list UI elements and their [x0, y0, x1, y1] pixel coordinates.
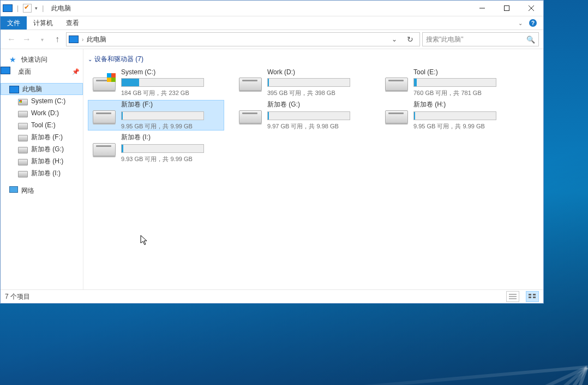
drive-tile[interactable]: 新加卷 (G:)9.97 GB 可用，共 9.98 GB — [234, 100, 370, 131]
drive-tile[interactable]: 新加卷 (H:)9.95 GB 可用，共 9.99 GB — [380, 100, 517, 131]
drive-name: 新加卷 (F:) — [121, 100, 220, 109]
refresh-button[interactable]: ↻ — [403, 35, 417, 44]
ribbon-tab-view[interactable]: 查看 — [59, 16, 86, 29]
minimize-button[interactable] — [470, 1, 494, 16]
drive-icon — [384, 106, 408, 125]
drive-icon — [18, 147, 28, 153]
nav-back-button[interactable]: ← — [5, 33, 18, 46]
sidebar-label: 新加卷 (H:) — [31, 157, 63, 166]
drive-info: 新加卷 (I:)9.93 GB 可用，共 9.99 GB — [121, 133, 220, 163]
capacity-bar — [121, 111, 204, 120]
drive-capacity-text: 395 GB 可用，共 398 GB — [267, 89, 367, 97]
explorer-window: | ▾ | 此电脑 文件 计算机 查看 ⌄ ? — [0, 0, 544, 304]
view-tiles-button[interactable] — [526, 291, 539, 302]
address-history-dropdown[interactable]: ⌄ — [389, 35, 400, 43]
drive-name: System (C:) — [121, 68, 220, 76]
sidebar-label: System (C:) — [31, 97, 65, 105]
drive-icon — [384, 73, 408, 92]
drive-capacity-text: 9.95 GB 可用，共 9.99 GB — [413, 122, 513, 131]
ribbon-tab-computer[interactable]: 计算机 — [27, 16, 59, 29]
sidebar-item-this-pc[interactable]: 此电脑 — [1, 83, 83, 95]
sidebar-item-desktop[interactable]: 桌面 📌 — [1, 66, 83, 78]
drive-tile[interactable]: System (C:)184 GB 可用，共 232 GB — [88, 67, 224, 98]
ribbon-tab-file[interactable]: 文件 — [1, 16, 27, 29]
drive-tile[interactable]: 新加卷 (F:)9.95 GB 可用，共 9.99 GB — [88, 100, 224, 131]
title-divider: | — [15, 4, 21, 12]
capacity-bar — [121, 144, 204, 153]
sidebar-item-drive[interactable]: 新加卷 (F:) — [1, 131, 83, 143]
sidebar-label: 网络 — [21, 186, 34, 196]
capacity-bar — [413, 111, 496, 120]
close-button[interactable] — [519, 1, 543, 16]
drive-icon — [238, 73, 262, 92]
sidebar-label: Tool (E:) — [31, 121, 56, 129]
chevron-right-icon: › — [82, 37, 83, 43]
sidebar-label: 新加卷 (F:) — [31, 133, 63, 142]
drive-name: 新加卷 (H:) — [413, 100, 513, 109]
sidebar-item-quick-access[interactable]: 快速访问 — [1, 54, 83, 66]
sidebar-item-drive[interactable]: 新加卷 (G:) — [1, 143, 83, 155]
content-area[interactable]: ⌄ 设备和驱动器 (7) System (C:)184 GB 可用，共 232 … — [83, 49, 543, 289]
drive-icon — [18, 171, 28, 177]
navigation-pane: 快速访问 桌面 📌 此电脑 System (C:)Work (D:)Tool (… — [1, 49, 83, 289]
desktop-icon — [1, 67, 10, 74]
search-placeholder: 搜索"此电脑" — [426, 35, 526, 44]
sidebar-item-network[interactable]: 网络 — [1, 185, 83, 197]
ribbon: 文件 计算机 查看 ⌄ ? — [1, 16, 543, 30]
drive-name: 新加卷 (I:) — [121, 133, 220, 142]
drive-icon — [18, 111, 28, 117]
drive-capacity-text: 9.93 GB 可用，共 9.99 GB — [121, 155, 220, 163]
search-input[interactable]: 搜索"此电脑" 🔍 — [422, 32, 539, 46]
view-details-button[interactable] — [506, 291, 519, 302]
drive-info: Work (D:)395 GB 可用，共 398 GB — [267, 68, 367, 97]
drive-name: Work (D:) — [267, 68, 367, 76]
drive-tile[interactable]: Work (D:)395 GB 可用，共 398 GB — [234, 67, 370, 98]
tiles-icon — [529, 294, 536, 299]
drive-capacity-text: 9.95 GB 可用，共 9.99 GB — [121, 122, 220, 131]
capacity-bar — [121, 78, 204, 87]
drive-tile[interactable]: 新加卷 (I:)9.93 GB 可用，共 9.99 GB — [88, 133, 224, 163]
chevron-down-icon: ⌄ — [88, 56, 92, 62]
sidebar-item-drive[interactable]: 新加卷 (H:) — [1, 155, 83, 167]
address-box[interactable]: › 此电脑 ⌄ ↻ — [66, 32, 420, 46]
drive-icon — [92, 106, 116, 125]
qat-dropdown-icon[interactable]: ▾ — [34, 5, 38, 11]
group-title: 设备和驱动器 (7) — [94, 55, 143, 64]
nav-forward-button[interactable]: → — [20, 33, 33, 46]
pin-icon: 📌 — [72, 68, 80, 75]
ribbon-expand-icon[interactable]: ⌄ — [518, 20, 523, 26]
capacity-bar — [413, 78, 496, 87]
drive-info: System (C:)184 GB 可用，共 232 GB — [121, 68, 220, 97]
drive-info: 新加卷 (H:)9.95 GB 可用，共 9.99 GB — [413, 100, 513, 131]
network-icon — [9, 186, 18, 195]
drive-capacity-text: 760 GB 可用，共 781 GB — [413, 89, 513, 97]
drive-icon — [18, 159, 28, 165]
star-icon — [9, 55, 18, 64]
qat-properties-icon[interactable] — [23, 4, 32, 13]
sidebar-item-drive[interactable]: Work (D:) — [1, 107, 83, 119]
sidebar-label: 快速访问 — [21, 55, 47, 64]
sidebar-item-drive[interactable]: System (C:) — [1, 95, 83, 107]
maximize-button[interactable] — [494, 1, 519, 16]
help-icon[interactable]: ? — [529, 19, 537, 27]
search-icon: 🔍 — [526, 35, 535, 44]
nav-up-button[interactable]: ↑ — [51, 33, 64, 46]
drive-name: Tool (E:) — [413, 68, 513, 76]
sidebar-label: 新加卷 (G:) — [31, 145, 64, 154]
mouse-cursor-icon — [140, 235, 149, 247]
sidebar-item-drive[interactable]: 新加卷 (I:) — [1, 167, 83, 179]
capacity-bar — [267, 111, 350, 120]
drive-capacity-text: 9.97 GB 可用，共 9.98 GB — [267, 122, 367, 131]
status-bar: 7 个项目 — [1, 289, 543, 303]
sidebar-item-drive[interactable]: Tool (E:) — [1, 119, 83, 131]
drive-tile[interactable]: Tool (E:)760 GB 可用，共 781 GB — [380, 67, 517, 98]
window-title: 此电脑 — [48, 4, 71, 13]
address-bar: ← → ▾ ↑ › 此电脑 ⌄ ↻ 搜索"此电脑" 🔍 — [1, 30, 543, 49]
drive-icon — [18, 123, 28, 129]
nav-recent-dropdown[interactable]: ▾ — [35, 33, 49, 46]
group-header-devices[interactable]: ⌄ 设备和驱动器 (7) — [88, 52, 538, 67]
capacity-bar — [267, 78, 350, 87]
title-bar[interactable]: | ▾ | 此电脑 — [1, 1, 543, 16]
sidebar-label: 此电脑 — [22, 85, 42, 94]
drive-name: 新加卷 (G:) — [267, 100, 367, 109]
